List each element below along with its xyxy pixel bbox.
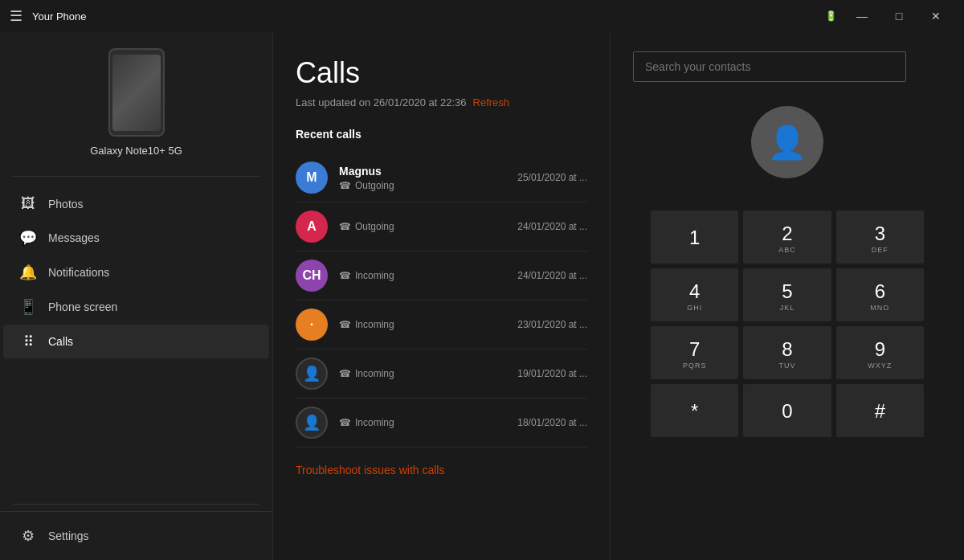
call-date: 18/01/2020 at ... [517,417,587,428]
minimize-button[interactable]: — [844,3,880,29]
last-updated-text: Last updated on 26/01/2020 at 22:36 [296,96,467,108]
dialer-key-number: 4 [689,282,700,301]
call-avatar: · [296,309,328,341]
call-direction-icon: ☎ [339,417,351,428]
contact-avatar-large: 👤 [751,106,823,178]
battery-icon: 🔋 [825,10,837,22]
dialer-key-letters: TUV [778,362,795,370]
call-direction-icon: ☎ [339,368,351,379]
person-icon: 👤 [767,124,807,161]
call-direction-label: Incoming [355,270,394,281]
dialer-key-number: 6 [875,282,885,301]
call-item[interactable]: 👤 ☎ Incoming 19/01/2020 at ... [296,349,587,399]
calls-title: Calls [296,56,587,90]
call-info: ☎ Outgoing [339,221,506,232]
sidebar-item-label: Calls [48,335,73,348]
maximize-button[interactable]: □ [880,3,917,29]
call-type: ☎ Incoming [339,319,506,330]
call-name: Magnus [339,165,506,178]
dialer-key-number: 3 [875,224,885,243]
call-info: Magnus ☎ Outgoing [339,165,506,191]
sidebar-item-settings[interactable]: ⚙ Settings [3,519,269,553]
dialer-key-number: 5 [782,282,792,301]
call-avatar: M [296,161,328,194]
phone-screen-icon: 📱 [19,298,37,316]
call-type: ☎ Outgoing [339,180,506,191]
call-avatar: CH [296,260,328,292]
sidebar: Galaxy Note10+ 5G 🖼 Photos 💬 Messages 🔔 … [0,32,273,560]
search-input[interactable] [633,51,906,82]
call-item[interactable]: · ☎ Incoming 23/01/2020 at ... [296,300,587,349]
call-direction-icon: ☎ [339,319,351,330]
dialer-key-9[interactable]: 9 WXYZ [836,326,924,379]
call-type: ☎ Outgoing [339,221,506,232]
call-direction-icon: ☎ [339,221,351,232]
device-section: Galaxy Note10+ 5G [0,32,272,170]
dialer-key-3[interactable]: 3 DEF [836,211,924,264]
sidebar-item-label: Messages [48,231,100,244]
dialer: 1 2 ABC 3 DEF 4 GHI 5 JKL 6 MNO 7 PQRS 8… [651,211,924,437]
sidebar-item-calls[interactable]: ⠿ Calls [3,325,269,358]
dialer-key-number: 2 [782,224,792,243]
call-item[interactable]: CH ☎ Incoming 24/01/2020 at ... [296,251,587,300]
sidebar-divider-bottom [13,504,259,505]
call-type: ☎ Incoming [339,417,506,428]
dialer-key-letters: PQRS [683,362,707,370]
settings-label: Settings [48,529,89,542]
dialer-key-6[interactable]: 6 MNO [836,268,924,321]
call-direction-label: Incoming [355,368,394,379]
call-item[interactable]: M Magnus ☎ Outgoing 25/01/2020 at ... [296,153,587,202]
call-avatar: 👤 [296,407,328,439]
sidebar-item-notifications[interactable]: 🔔 Notifications [3,255,269,289]
sidebar-item-messages[interactable]: 💬 Messages [3,221,269,255]
dialer-key-5[interactable]: 5 JKL [743,268,831,321]
call-type: ☎ Incoming [339,368,506,379]
dialer-key-#[interactable]: # [836,384,924,437]
dialer-key-*[interactable]: * [651,384,738,437]
hamburger-menu-icon[interactable]: ☰ [10,7,22,25]
dialer-key-4[interactable]: 4 GHI [651,268,738,321]
call-item[interactable]: A ☎ Outgoing 24/01/2020 at ... [296,202,587,251]
main-content: Galaxy Note10+ 5G 🖼 Photos 💬 Messages 🔔 … [0,32,964,560]
calls-icon: ⠿ [19,333,37,350]
call-date: 25/01/2020 at ... [517,172,587,183]
call-avatar: A [296,211,328,243]
troubleshoot-button[interactable]: Troubleshoot issues with calls [296,464,444,476]
notifications-icon: 🔔 [19,264,37,281]
sidebar-item-phone-screen[interactable]: 📱 Phone screen [3,290,269,324]
dialer-key-number: 0 [782,402,792,421]
nav-items: 🖼 Photos 💬 Messages 🔔 Notifications 📱 Ph… [0,183,272,497]
call-direction-label: Outgoing [355,221,394,232]
call-info: ☎ Incoming [339,319,506,330]
call-direction-label: Outgoing [355,180,394,191]
sidebar-item-photos[interactable]: 🖼 Photos [3,187,269,220]
refresh-button[interactable]: Refresh [473,96,510,108]
dialer-key-8[interactable]: 8 TUV [743,326,831,379]
recent-calls-heading: Recent calls [296,128,587,141]
dialer-key-2[interactable]: 2 ABC [743,211,831,264]
dialer-key-7[interactable]: 7 PQRS [651,326,738,379]
call-direction-label: Incoming [355,417,394,428]
app-title: Your Phone [32,10,825,22]
call-item[interactable]: 👤 ☎ Incoming 18/01/2020 at ... [296,399,587,448]
call-direction-icon: ☎ [339,270,351,281]
call-info: ☎ Incoming [339,417,506,428]
dialer-key-number: 7 [689,340,700,359]
dialer-key-letters: DEF [872,246,888,254]
call-avatar: 👤 [296,358,328,390]
calls-subtitle: Last updated on 26/01/2020 at 22:36 Refr… [296,96,587,108]
sidebar-item-label: Notifications [48,266,109,279]
gear-icon: ⚙ [19,527,37,545]
call-direction-label: Incoming [355,319,394,330]
call-info: ☎ Incoming [339,368,506,379]
dialer-key-0[interactable]: 0 [743,384,831,437]
close-button[interactable]: ✕ [917,3,954,29]
call-type: ☎ Incoming [339,270,506,281]
messages-icon: 💬 [19,229,37,247]
dialer-key-1[interactable]: 1 [651,211,738,264]
right-panel: 👤 1 2 ABC 3 DEF 4 GHI 5 JKL 6 MNO 7 PQRS… [611,32,964,560]
phone-screen-thumbnail [112,55,161,131]
dialer-key-number: 1 [689,228,700,247]
call-date: 19/01/2020 at ... [517,368,587,379]
dialer-key-number: # [875,402,885,421]
